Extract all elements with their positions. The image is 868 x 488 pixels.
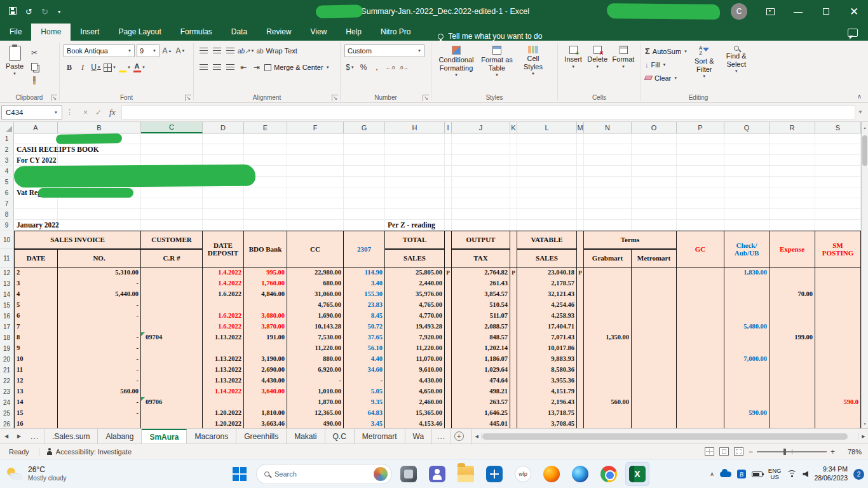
row-header-16[interactable]: 16 — [0, 311, 14, 322]
cell-J1[interactable] — [452, 133, 510, 144]
cell-C8[interactable] — [141, 209, 203, 219]
font-color-icon[interactable]: A▼ — [133, 62, 146, 74]
cell-I13[interactable] — [445, 278, 452, 289]
cell-R3[interactable] — [770, 155, 815, 165]
cell-E15[interactable] — [244, 300, 287, 311]
cell-P22[interactable] — [677, 376, 724, 386]
cell-D23[interactable]: 1.14.2022 — [203, 386, 244, 397]
cell-A20[interactable]: 10 — [14, 354, 58, 365]
cell-M20[interactable] — [577, 354, 584, 365]
sheet-tab-alabang[interactable]: Alabang — [98, 429, 142, 444]
cell-D1[interactable] — [203, 133, 244, 144]
cell-P3[interactable] — [677, 155, 724, 165]
cell-F12[interactable]: 22,980.00 — [287, 268, 344, 278]
cell-F5[interactable] — [287, 177, 344, 187]
cell-S23[interactable] — [815, 386, 861, 397]
cell-D6[interactable] — [203, 187, 244, 198]
minimize-button[interactable]: — — [784, 0, 812, 23]
cell-G12[interactable]: 114.90 — [344, 268, 385, 278]
header-cell-H11[interactable]: SALES — [385, 249, 445, 268]
cell-S13[interactable] — [815, 278, 861, 289]
cell-H16[interactable]: 4,770.00 — [385, 311, 445, 322]
row-header-5[interactable]: 5 — [0, 177, 14, 187]
cell-O19[interactable] — [632, 343, 677, 354]
cell-H8[interactable] — [385, 209, 445, 219]
cell-J17[interactable]: 2,088.57 — [452, 322, 510, 332]
cell-G16[interactable]: 8.45 — [344, 311, 385, 322]
cell-L23[interactable]: 4,151.79 — [517, 386, 577, 397]
cell-K26[interactable] — [510, 419, 517, 428]
cell-L19[interactable]: 10,017.86 — [517, 343, 577, 354]
cell-L21[interactable]: 8,580.36 — [517, 365, 577, 376]
scroll-left-icon[interactable]: ◀ — [472, 434, 481, 439]
cell-K15[interactable] — [510, 300, 517, 311]
cell-E8[interactable] — [244, 209, 287, 219]
cell-H7[interactable] — [385, 198, 445, 208]
cell-B17[interactable] — [58, 322, 141, 332]
cell-B7[interactable] — [58, 198, 141, 208]
tab-insert[interactable]: Insert — [71, 23, 109, 41]
cell-Q14[interactable] — [724, 289, 770, 300]
cell-G4[interactable] — [344, 166, 385, 176]
cell-F17[interactable]: 10,143.28 — [287, 322, 344, 332]
align-right-icon[interactable] — [224, 62, 236, 74]
percent-style-icon[interactable]: % — [358, 62, 369, 74]
cell-S5[interactable] — [815, 177, 861, 187]
cell-G24[interactable]: 9.35 — [344, 397, 385, 408]
wlp-app-icon[interactable]: wlp — [511, 462, 535, 486]
sheet-tab-wa[interactable]: Wa — [405, 429, 433, 444]
cell-I2[interactable] — [445, 144, 452, 154]
cell-K5[interactable] — [510, 177, 517, 187]
cell-I7[interactable] — [445, 198, 452, 208]
cell-N25[interactable] — [584, 408, 632, 419]
cell-G5[interactable] — [344, 177, 385, 187]
language-switcher[interactable]: ENG US — [768, 468, 782, 481]
cell-M13[interactable] — [577, 278, 584, 289]
cell-N20[interactable] — [584, 354, 632, 365]
tab-help[interactable]: Help — [336, 23, 371, 41]
cell-E24[interactable] — [244, 397, 287, 408]
cell-E21[interactable]: 2,690.00 — [244, 365, 287, 376]
row-header-24[interactable]: 24 — [0, 397, 14, 408]
cell-S12[interactable] — [815, 268, 861, 278]
cell-M2[interactable] — [577, 144, 584, 154]
cell-Q20[interactable]: 7,000.00 — [724, 354, 770, 365]
cell-C12[interactable] — [141, 268, 203, 278]
cell-P2[interactable] — [677, 144, 724, 154]
cell-I25[interactable] — [445, 408, 452, 419]
cell-J7[interactable] — [452, 198, 510, 208]
bluetooth-icon[interactable]: B — [737, 470, 746, 478]
header-cell-E10[interactable]: BDO Bank — [244, 231, 287, 268]
cell-L5[interactable] — [517, 177, 577, 187]
cell-Q13[interactable] — [724, 278, 770, 289]
cell-L13[interactable]: 2,178.57 — [517, 278, 577, 289]
cell-O22[interactable] — [632, 376, 677, 386]
cell-R7[interactable] — [770, 198, 815, 208]
cell-E1[interactable] — [244, 133, 287, 144]
zoom-level[interactable]: 78% — [840, 448, 862, 456]
cell-H24[interactable]: 2,460.00 — [385, 397, 445, 408]
cell-D14[interactable]: 1.6.2022 — [203, 289, 244, 300]
cell-H14[interactable]: 35,976.00 — [385, 289, 445, 300]
cell-J15[interactable]: 510.54 — [452, 300, 510, 311]
cell-G3[interactable] — [344, 155, 385, 165]
cell-G9[interactable] — [344, 220, 385, 230]
cell-E22[interactable]: 4,430.00 — [244, 376, 287, 386]
column-header-P[interactable]: P — [677, 122, 724, 133]
cell-L18[interactable]: 7,071.43 — [517, 332, 577, 343]
cell-L4[interactable] — [517, 166, 577, 176]
cell-G25[interactable]: 64.83 — [344, 408, 385, 419]
cell-E17[interactable]: 3,870.00 — [244, 322, 287, 332]
tab-page-layout[interactable]: Page Layout — [109, 23, 170, 41]
alignment-dialog-launcher-icon[interactable]: ↘ — [332, 95, 338, 101]
cell-B26[interactable] — [58, 419, 141, 428]
align-left-icon[interactable] — [198, 62, 209, 74]
cell-D12[interactable]: 1.4.2022 — [203, 268, 244, 278]
cell-F15[interactable]: 4,765.00 — [287, 300, 344, 311]
copy-icon[interactable] — [29, 60, 40, 72]
cell-F21[interactable]: 6,920.00 — [287, 365, 344, 376]
cell-H6[interactable] — [385, 187, 445, 198]
bold-icon[interactable]: B — [64, 62, 75, 74]
app-window-icon[interactable] — [397, 462, 421, 486]
cell-K8[interactable] — [510, 209, 517, 219]
